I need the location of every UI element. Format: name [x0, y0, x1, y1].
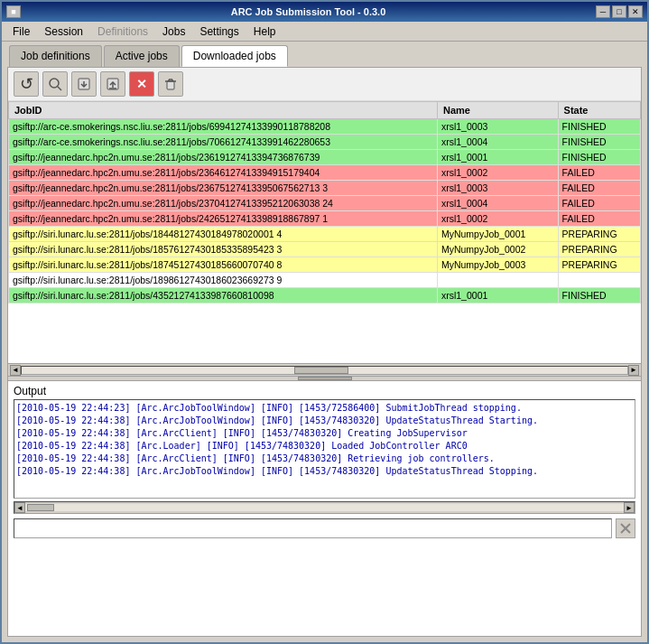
cell-name: xrsl1_0003	[437, 119, 558, 135]
cell-state: FAILED	[558, 211, 640, 227]
svg-point-0	[50, 79, 59, 88]
output-line: [2010-05-19 22:44:38] [Arc.Loader] [INFO…	[16, 440, 633, 453]
upload-icon	[106, 77, 120, 91]
cell-jobid: gsiftp://jeannedarc.hpc2n.umu.se:2811/jo…	[9, 165, 438, 181]
col-header-state[interactable]: State	[558, 102, 640, 119]
cell-jobid: gsiftp://siri.lunarc.lu.se:2811/jobs/435…	[9, 288, 438, 303]
cell-jobid: gsiftp://jeannedarc.hpc2n.umu.se:2811/jo…	[9, 196, 438, 211]
toolbar: ↺	[8, 68, 641, 101]
refresh-button[interactable]: ↺	[14, 71, 39, 97]
cell-state: FAILED	[558, 165, 640, 181]
cell-name: xrsl1_0001	[437, 288, 558, 303]
scroll-left-btn[interactable]: ◄	[10, 365, 21, 376]
cell-state: FINISHED	[558, 150, 640, 165]
menu-settings[interactable]: Settings	[192, 23, 246, 40]
table-row[interactable]: gsiftp://arc-ce.smokerings.nsc.liu.se:28…	[9, 135, 641, 150]
cell-name: xrsl1_0001	[437, 150, 558, 165]
svg-rect-7	[167, 81, 174, 89]
table-row[interactable]: gsiftp://siri.lunarc.lu.se:2811/jobs/184…	[9, 227, 641, 242]
output-scroll-right[interactable]: ►	[624, 502, 635, 513]
window-icon[interactable]: ■	[6, 5, 21, 18]
output-box: [2010-05-19 22:44:23] [Arc.ArcJobToolWin…	[14, 399, 635, 499]
cell-jobid: gsiftp://siri.lunarc.lu.se:2811/jobs/184…	[9, 227, 438, 242]
search-button[interactable]	[42, 71, 68, 97]
cell-state: FINISHED	[558, 288, 640, 303]
cell-name: MyNumpyJob_0001	[437, 227, 558, 242]
cell-jobid: gsiftp://siri.lunarc.lu.se:2811/jobs/185…	[9, 242, 438, 257]
download-button[interactable]	[71, 71, 97, 97]
cell-name: MyNumpyJob_0003	[437, 257, 558, 273]
output-line: [2010-05-19 22:44:38] [Arc.ArcJobToolWin…	[16, 415, 633, 427]
cell-state: PREPARING	[558, 257, 640, 273]
col-header-jobid[interactable]: JobID	[9, 102, 438, 119]
cell-name: xrsl1_0002	[437, 211, 558, 227]
output-scroll-thumb[interactable]	[27, 504, 54, 511]
cell-jobid: gsiftp://jeannedarc.hpc2n.umu.se:2811/jo…	[9, 211, 438, 227]
table-row[interactable]: gsiftp://siri.lunarc.lu.se:2811/jobs/187…	[9, 257, 641, 273]
menu-bar: File Session Definitions Jobs Settings H…	[2, 22, 647, 42]
menu-definitions: Definitions	[90, 23, 155, 40]
scroll-track[interactable]	[21, 366, 628, 375]
cell-jobid: gsiftp://arc-ce.smokerings.nsc.liu.se:28…	[9, 135, 438, 150]
clean-button[interactable]	[158, 71, 183, 97]
cell-state	[558, 273, 640, 288]
table-row[interactable]: gsiftp://jeannedarc.hpc2n.umu.se:2811/jo…	[9, 196, 641, 211]
cell-name: xrsl1_0004	[437, 196, 558, 211]
horizontal-scrollbar[interactable]: ◄ ►	[8, 363, 641, 376]
table-row[interactable]: gsiftp://jeannedarc.hpc2n.umu.se:2811/jo…	[9, 150, 641, 165]
main-window: ■ ARC Job Submission Tool - 0.3.0 ─ □ ✕ …	[0, 0, 649, 644]
table-row[interactable]: gsiftp://jeannedarc.hpc2n.umu.se:2811/jo…	[9, 165, 641, 181]
cell-name	[437, 273, 558, 288]
cell-name: xrsl1_0003	[437, 181, 558, 196]
cell-jobid: gsiftp://arc-ce.smokerings.nsc.liu.se:28…	[9, 119, 438, 135]
menu-help[interactable]: Help	[246, 23, 283, 40]
output-scroll-track[interactable]	[25, 504, 624, 511]
table-row[interactable]: gsiftp://siri.lunarc.lu.se:2811/jobs/435…	[9, 288, 641, 303]
cancel-button[interactable]: ✕	[129, 71, 154, 97]
cell-jobid: gsiftp://jeannedarc.hpc2n.umu.se:2811/jo…	[9, 150, 438, 165]
bottom-action-button[interactable]	[616, 518, 635, 538]
table-row[interactable]: gsiftp://arc-ce.smokerings.nsc.liu.se:28…	[9, 119, 641, 135]
cell-name: xrsl1_0004	[437, 135, 558, 150]
output-line: [2010-05-19 22:44:38] [Arc.ArcClient] [I…	[16, 427, 633, 440]
output-label: Output	[14, 383, 635, 399]
cell-state: PREPARING	[558, 242, 640, 257]
separator-grip	[298, 377, 352, 380]
table-row[interactable]: gsiftp://siri.lunarc.lu.se:2811/jobs/189…	[9, 273, 641, 288]
upload-button[interactable]	[100, 71, 125, 97]
table-row[interactable]: gsiftp://jeannedarc.hpc2n.umu.se:2811/jo…	[9, 211, 641, 227]
output-line: [2010-05-19 22:44:38] [Arc.ArcJobToolWin…	[16, 465, 633, 478]
job-table-container[interactable]: JobID Name State gsiftp://arc-ce.smokeri…	[8, 101, 641, 363]
cell-name: MyNumpyJob_0002	[437, 242, 558, 257]
menu-session[interactable]: Session	[37, 23, 90, 40]
bottom-input-area	[8, 515, 641, 542]
table-row[interactable]: gsiftp://jeannedarc.hpc2n.umu.se:2811/jo…	[9, 181, 641, 196]
cell-state: FAILED	[558, 196, 640, 211]
menu-file[interactable]: File	[5, 23, 37, 40]
main-panel: ↺	[7, 67, 642, 637]
cell-state: PREPARING	[558, 227, 640, 242]
close-button[interactable]: ✕	[628, 5, 643, 18]
maximize-button[interactable]: □	[612, 5, 626, 18]
minimize-button[interactable]: ─	[596, 5, 610, 18]
tab-downloaded-jobs[interactable]: Downloaded jobs	[181, 45, 288, 67]
output-line: [2010-05-19 22:44:38] [Arc.ArcClient] [I…	[16, 453, 633, 465]
svg-line-1	[58, 87, 61, 90]
output-hscrollbar[interactable]: ◄ ►	[14, 501, 635, 514]
output-scroll-left[interactable]: ◄	[14, 502, 25, 513]
download-icon	[77, 77, 91, 91]
scroll-right-btn[interactable]: ►	[628, 365, 639, 376]
table-row[interactable]: gsiftp://siri.lunarc.lu.se:2811/jobs/185…	[9, 242, 641, 257]
bottom-input-field[interactable]	[14, 518, 612, 538]
scroll-thumb[interactable]	[294, 367, 348, 374]
col-header-name[interactable]: Name	[437, 102, 558, 119]
tab-job-definitions[interactable]: Job definitions	[9, 45, 102, 67]
cell-name: xrsl1_0002	[437, 165, 558, 181]
job-table: JobID Name State gsiftp://arc-ce.smokeri…	[8, 101, 641, 303]
title-bar: ■ ARC Job Submission Tool - 0.3.0 ─ □ ✕	[2, 2, 647, 22]
tab-active-jobs[interactable]: Active jobs	[104, 45, 180, 67]
cell-state: FINISHED	[558, 119, 640, 135]
menu-jobs[interactable]: Jobs	[155, 23, 192, 40]
trash-icon	[163, 77, 178, 91]
tab-bar: Job definitions Active jobs Downloaded j…	[2, 42, 647, 67]
